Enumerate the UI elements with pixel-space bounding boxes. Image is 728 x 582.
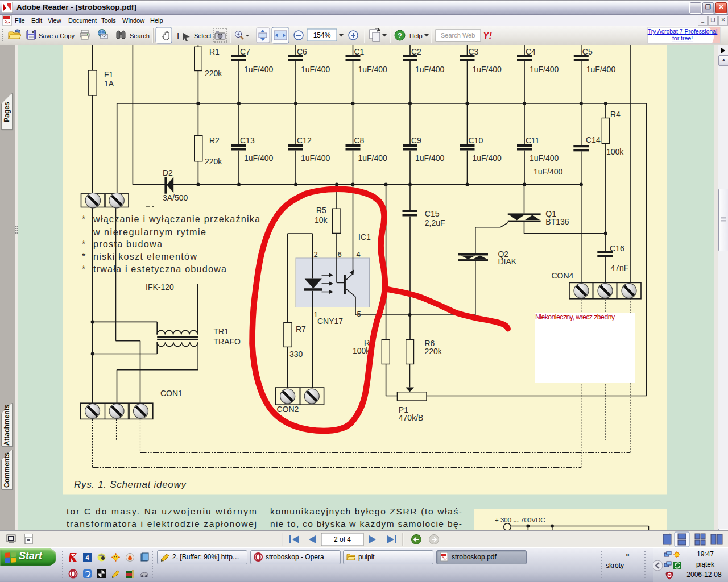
svg-text:C16: C16 [610, 244, 624, 253]
svg-text:4: 4 [85, 554, 89, 561]
svg-text:1uF/400: 1uF/400 [358, 65, 388, 74]
svg-text:F1: F1 [104, 70, 114, 79]
svg-text:C5: C5 [582, 47, 593, 56]
svg-text:1: 1 [314, 310, 318, 319]
svg-text:nie to, co błyska w każdym sam: nie to, co błyska w każdym samolocie bę- [270, 519, 462, 529]
svg-text:BT136: BT136 [545, 217, 569, 226]
svg-text:+ 300 ... 700VDC: + 300 ... 700VDC [495, 517, 545, 523]
svg-text:C6: C6 [297, 47, 307, 56]
svg-text:1A: 1A [104, 79, 114, 88]
svg-text:47nF: 47nF [611, 263, 629, 272]
svg-text:Y!: Y! [483, 31, 493, 40]
svg-text:C4: C4 [526, 47, 536, 56]
svg-text:CNY17: CNY17 [317, 317, 343, 326]
svg-text:R1: R1 [209, 47, 220, 56]
svg-text:Rys. 1. Schemat ideowy: Rys. 1. Schemat ideowy [74, 479, 187, 490]
svg-text:C2: C2 [411, 47, 421, 56]
svg-text:C13: C13 [240, 136, 255, 145]
svg-text:C10: C10 [469, 136, 483, 145]
svg-text:1uF/400: 1uF/400 [586, 65, 616, 74]
svg-text:220k: 220k [205, 157, 222, 166]
svg-text:IC1: IC1 [358, 232, 371, 242]
svg-text:*: * [82, 264, 85, 274]
svg-text:330: 330 [289, 350, 303, 359]
svg-text:komunikacyjnych byłego ZSRR (t: komunikacyjnych byłego ZSRR (to właś- [270, 506, 462, 516]
svg-text:C8: C8 [354, 136, 365, 145]
svg-text:TR1: TR1 [214, 327, 229, 336]
svg-text:5: 5 [357, 310, 361, 318]
svg-text:Search Web: Search Web [441, 32, 475, 39]
svg-text:4: 4 [357, 250, 361, 259]
svg-text:220k: 220k [425, 347, 442, 356]
svg-text:R5: R5 [316, 206, 326, 215]
svg-text:Try Acrobat 7 Professional: Try Acrobat 7 Professional [648, 28, 718, 35]
svg-text:1uF/400: 1uF/400 [473, 153, 502, 163]
svg-text:w nieregularnym rytmie: w nieregularnym rytmie [93, 227, 206, 237]
svg-text:tor C do masy. Na uzwojeniu wt: tor C do masy. Na uzwojeniu wtórnym [67, 506, 257, 516]
svg-text:R7: R7 [296, 325, 306, 334]
svg-text:2,2uF: 2,2uF [425, 218, 445, 227]
svg-text:for free!: for free! [672, 35, 693, 41]
svg-text:10k: 10k [315, 215, 328, 225]
svg-text:R4: R4 [610, 110, 621, 119]
svg-text:TRAFO: TRAFO [214, 337, 241, 346]
svg-text:1uF/400: 1uF/400 [530, 153, 559, 163]
svg-text:2 of 4: 2 of 4 [334, 535, 351, 543]
svg-text:1uF/400: 1uF/400 [244, 65, 274, 74]
svg-text:DIAK: DIAK [498, 257, 516, 266]
svg-text:100k: 100k [606, 147, 624, 156]
svg-text:CON1: CON1 [160, 389, 183, 398]
svg-text:1uF/400: 1uF/400 [301, 65, 330, 74]
svg-text:R2: R2 [209, 136, 220, 145]
svg-text:*: * [82, 252, 85, 261]
svg-text:C7: C7 [240, 47, 250, 56]
svg-text:Niekonieczny, wrecz zbedny: Niekonieczny, wrecz zbedny [535, 313, 615, 321]
svg-text:1uF/400: 1uF/400 [473, 65, 502, 74]
svg-text:220k: 220k [205, 69, 222, 78]
svg-text:C12: C12 [297, 136, 312, 145]
svg-text:C1: C1 [354, 47, 365, 56]
svg-text:470k/B: 470k/B [399, 413, 424, 422]
svg-text:*: * [82, 214, 85, 224]
svg-text:1uF/400: 1uF/400 [415, 153, 445, 163]
svg-text:IFK-120: IFK-120 [146, 282, 174, 292]
svg-text:1uF/400: 1uF/400 [244, 153, 274, 163]
svg-text:3A/500: 3A/500 [163, 193, 188, 202]
svg-text:1uF/400: 1uF/400 [301, 153, 330, 163]
svg-text:CON4: CON4 [551, 271, 573, 280]
svg-text:1uF/400: 1uF/400 [530, 65, 559, 74]
svg-text:1uF/400: 1uF/400 [358, 153, 388, 163]
svg-text:transformatora i elektrodzie z: transformatora i elektrodzie zapłonowej [67, 519, 257, 529]
svg-text:C3: C3 [469, 47, 479, 56]
svg-text:prosta budowa: prosta budowa [93, 239, 162, 249]
svg-text:D2: D2 [163, 168, 173, 177]
svg-text:C9: C9 [411, 136, 421, 145]
svg-text:6: 6 [338, 250, 342, 259]
svg-text:trwała i estetyczna obudowa: trwała i estetyczna obudowa [93, 264, 226, 274]
svg-text:C11: C11 [526, 136, 540, 145]
svg-text:CON2: CON2 [277, 405, 299, 414]
svg-text:C15: C15 [425, 209, 440, 218]
svg-text:C14: C14 [586, 135, 601, 144]
svg-text:włączanie i wyłączanie przekaź: włączanie i wyłączanie przekaźnika [93, 214, 260, 224]
svg-text:niski koszt elementów: niski koszt elementów [93, 251, 197, 261]
svg-text:1uF/400: 1uF/400 [415, 65, 445, 74]
svg-text:2: 2 [314, 250, 318, 259]
svg-text:*: * [82, 239, 85, 249]
svg-text:154%: 154% [313, 31, 331, 39]
svg-text:1uF/400: 1uF/400 [533, 167, 563, 176]
svg-text:I: I [177, 31, 179, 40]
svg-text:?: ? [398, 31, 402, 40]
